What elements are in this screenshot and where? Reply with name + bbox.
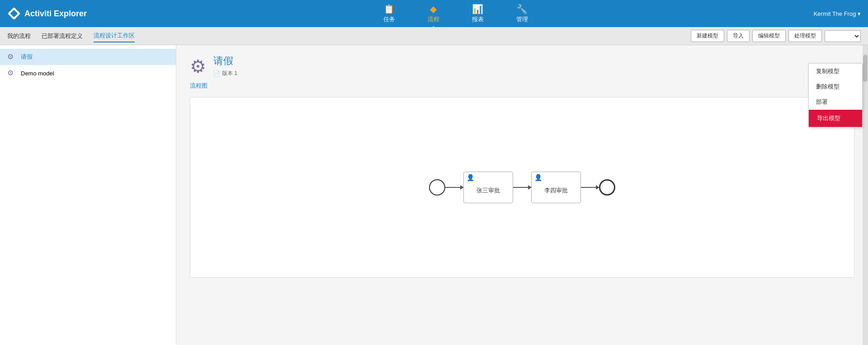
reports-icon: 📊 — [472, 4, 483, 14]
task2-label: 李四审批 — [544, 186, 568, 195]
scrollbar-track[interactable] — [863, 45, 868, 345]
content-header: ⚙ 请假 📄 版本 1 — [176, 45, 868, 82]
user-menu[interactable]: Kermit The Frog ▾ — [814, 10, 861, 17]
sidebar: ⚙ 请假 ⚙ Demo model — [0, 45, 176, 345]
new-model-button[interactable]: 新建模型 — [691, 30, 724, 42]
top-navigation: Activiti Explorer 📋 任务 ◆ 流程 📊 报表 🔧 管理 Ke… — [0, 0, 868, 27]
model-action-select[interactable] — [825, 30, 861, 42]
import-button[interactable]: 导入 — [727, 30, 750, 42]
toolbar-actions: 新建模型 导入 编辑模型 处理模型 — [691, 30, 861, 42]
content-area: ⚙ 请假 📄 版本 1 流程图 👤 张三审批 — [176, 45, 868, 345]
doc-icon: 📄 — [213, 70, 220, 77]
nav-designer[interactable]: 流程设计工作区 — [94, 30, 135, 42]
sidebar-item-qingjia-label: 请假 — [21, 53, 33, 61]
gear-icon-demo: ⚙ — [7, 69, 16, 78]
process-model-button[interactable]: 处理模型 — [788, 30, 822, 42]
flow-diagram: 👤 张三审批 👤 李四审批 — [411, 154, 633, 221]
flow-arrow-3 — [581, 187, 599, 188]
nav-flow[interactable]: ◆ 流程 — [420, 2, 447, 25]
main-content: ⚙ 请假 ⚙ Demo model ⚙ 请假 📄 版本 1 流程图 — [0, 45, 868, 345]
dropdown-delete-model[interactable]: 删除模型 — [809, 79, 862, 94]
flow-icon: ◆ — [430, 4, 437, 14]
sidebar-item-demo-label: Demo model — [21, 70, 54, 77]
start-event — [429, 179, 445, 196]
user-name: Kermit The Frog ▾ — [814, 10, 861, 17]
nav-manage-label: 管理 — [516, 15, 528, 23]
content-title-area: 请假 📄 版本 1 — [213, 54, 237, 77]
task1-label: 张三审批 — [476, 186, 500, 195]
logo-icon — [7, 7, 21, 20]
content-title: 请假 — [213, 54, 237, 68]
user-icon-2: 👤 — [534, 174, 542, 181]
nav-deployed[interactable]: 已部署流程定义 — [42, 30, 83, 42]
scrollbar-thumb[interactable] — [863, 55, 868, 82]
diagram-area: 👤 张三审批 👤 李四审批 — [190, 97, 854, 278]
content-gear-icon: ⚙ — [190, 56, 206, 77]
nav-flow-label: 流程 — [428, 15, 439, 23]
gear-icon-qingjia: ⚙ — [7, 52, 16, 61]
logo-text: Activiti Explorer — [24, 9, 87, 19]
nav-reports-label: 报表 — [472, 15, 484, 23]
dropdown-menu: 复制模型 删除模型 部署 导出模型 — [808, 63, 863, 127]
sidebar-item-demo[interactable]: ⚙ Demo model — [0, 65, 176, 81]
flow-diagram-link[interactable]: 流程图 — [176, 82, 868, 90]
manage-icon: 🔧 — [516, 4, 528, 14]
second-navigation: 我的流程 已部署流程定义 流程设计工作区 新建模型 导入 编辑模型 处理模型 — [0, 27, 868, 45]
edit-model-button[interactable]: 编辑模型 — [752, 30, 786, 42]
flow-arrow-2 — [513, 187, 531, 188]
tasks-icon: 📋 — [383, 4, 395, 14]
nav-tasks[interactable]: 📋 任务 — [376, 2, 402, 25]
logo[interactable]: Activiti Explorer — [7, 7, 98, 20]
content-version: 版本 1 — [222, 70, 237, 77]
dropdown-export-model[interactable]: 导出模型 — [809, 110, 862, 127]
nav-tasks-label: 任务 — [383, 15, 395, 23]
end-event — [599, 179, 615, 196]
nav-reports[interactable]: 📊 报表 — [465, 2, 491, 25]
user-icon-1: 👤 — [467, 174, 474, 181]
nav-items: 📋 任务 ◆ 流程 📊 报表 🔧 管理 — [98, 2, 814, 25]
nav-my-flow[interactable]: 我的流程 — [7, 30, 31, 42]
nav-manage[interactable]: 🔧 管理 — [509, 2, 535, 25]
dropdown-deploy[interactable]: 部署 — [809, 94, 862, 110]
flow-arrow-1 — [445, 187, 463, 188]
task-lisi[interactable]: 👤 李四审批 — [531, 172, 581, 203]
sidebar-item-qingjia[interactable]: ⚙ 请假 — [0, 49, 176, 65]
task-zhangsan[interactable]: 👤 张三审批 — [463, 172, 513, 203]
dropdown-copy-model[interactable]: 复制模型 — [809, 64, 862, 79]
content-subtitle: 📄 版本 1 — [213, 70, 237, 77]
